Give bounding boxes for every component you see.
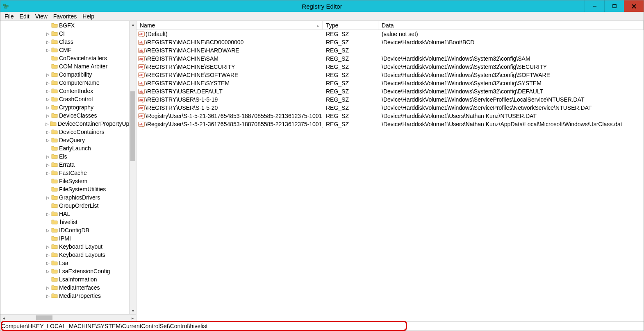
list-row[interactable]: ab(Default)REG_SZ(value not set) <box>137 30 644 38</box>
tree-item[interactable]: ▷MediaProperties <box>46 292 136 300</box>
tree-item[interactable]: ▷DeviceClasses <box>46 111 136 120</box>
list-row[interactable]: ab\REGISTRY\USER\.DEFAULTREG_SZ\Device\H… <box>137 87 644 95</box>
cell-data: \Device\HarddiskVolume1\Windows\ServiceP… <box>378 96 644 103</box>
tree-item[interactable]: ▷DeviceContainerPropertyUpdateEvents <box>46 120 136 128</box>
list-row[interactable]: ab\REGISTRY\MACHINE\HARDWAREREG_SZ <box>137 46 644 54</box>
tree-item-label: CoDeviceInstallers <box>59 55 107 61</box>
status-bar: Computer\HKEY_LOCAL_MACHINE\SYSTEM\Curre… <box>0 322 644 331</box>
tree-item[interactable]: hivelist <box>46 218 136 226</box>
window: Registry Editor FileEditViewFavoritesHel… <box>0 0 644 331</box>
tree-item[interactable]: BGFX <box>46 21 136 29</box>
tree-item[interactable]: ▷Class <box>46 38 136 46</box>
list-row[interactable]: ab\REGISTRY\MACHINE\SYSTEMREG_SZ\Device\… <box>137 79 644 87</box>
tree-item[interactable]: ▷DeviceContainers <box>46 128 136 136</box>
menu-edit[interactable]: Edit <box>17 13 32 20</box>
expand-icon[interactable]: ▷ <box>46 195 50 200</box>
scroll-down-icon[interactable]: ▾ <box>130 307 136 314</box>
menu-file[interactable]: File <box>2 13 16 20</box>
expand-icon[interactable]: ▷ <box>46 89 50 93</box>
tree-vertical-scrollbar[interactable]: ▴ ▾ <box>129 21 136 314</box>
tree-item[interactable]: ▷ComputerName <box>46 79 136 87</box>
folder-icon <box>51 219 58 225</box>
expand-icon[interactable]: ▷ <box>46 253 50 257</box>
list-row[interactable]: ab\REGISTRY\MACHINE\BCD00000000REG_SZ\De… <box>137 38 644 46</box>
tree-horizontal-scrollbar[interactable]: ◂ ▸ <box>0 314 136 321</box>
expand-icon[interactable]: ▷ <box>46 163 50 167</box>
tree-item[interactable]: FileSystem <box>46 177 136 185</box>
expand-icon[interactable]: ▷ <box>46 245 50 249</box>
list-row[interactable]: ab\REGISTRY\USER\S-1-5-20REG_SZ\Device\H… <box>137 104 644 112</box>
expand-icon[interactable]: ▷ <box>46 81 50 85</box>
expand-icon[interactable]: ▷ <box>46 261 50 265</box>
expand-icon[interactable]: ▷ <box>46 228 50 233</box>
expand-icon[interactable]: ▷ <box>46 138 50 143</box>
list-row[interactable]: ab\REGISTRY\MACHINE\SECURITYREG_SZ\Devic… <box>137 63 644 71</box>
tree-item[interactable]: EarlyLaunch <box>46 144 136 152</box>
list-row[interactable]: ab\Registry\User\S-1-5-21-3617654853-188… <box>137 120 644 128</box>
tree-item[interactable]: ▷LsaExtensionConfig <box>46 267 136 275</box>
list-row[interactable]: ab\REGISTRY\USER\S-1-5-19REG_SZ\Device\H… <box>137 95 644 104</box>
tree-item[interactable]: LsaInformation <box>46 275 136 283</box>
expand-icon[interactable]: ▷ <box>46 73 50 77</box>
scroll-left-icon[interactable]: ◂ <box>0 315 7 321</box>
tree-item[interactable]: ▷Keyboard Layouts <box>46 251 136 259</box>
column-header-data[interactable]: Data <box>378 21 644 29</box>
title-bar[interactable]: Registry Editor <box>0 0 644 12</box>
expand-icon[interactable]: ▷ <box>46 286 50 290</box>
scroll-up-icon[interactable]: ▴ <box>130 21 136 28</box>
tree-item[interactable]: ▷Lsa <box>46 259 136 267</box>
tree-item[interactable]: ▷Els <box>46 152 136 161</box>
tree-item[interactable]: ▷Cryptography <box>46 103 136 111</box>
tree-scroll[interactable]: BGFX▷CI▷Class▷CMFCoDeviceInstallersCOM N… <box>0 21 136 314</box>
tree-item[interactable]: ▷DevQuery <box>46 136 136 144</box>
expand-icon[interactable]: ▷ <box>46 40 50 44</box>
column-header-name[interactable]: Name▴ <box>137 21 323 29</box>
close-button[interactable] <box>624 0 644 12</box>
expand-icon[interactable]: ▷ <box>46 130 50 134</box>
tree-item[interactable]: ▷ContentIndex <box>46 87 136 95</box>
maximize-button[interactable] <box>604 0 624 12</box>
scroll-thumb[interactable] <box>36 315 52 320</box>
tree-item[interactable]: CoDeviceInstallers <box>46 54 136 62</box>
menu-view[interactable]: View <box>33 13 50 20</box>
tree-item[interactable]: ▷MediaInterfaces <box>46 283 136 292</box>
expand-icon[interactable]: ▷ <box>46 105 50 110</box>
expand-icon[interactable]: ▷ <box>46 48 50 52</box>
scroll-thumb[interactable] <box>130 91 135 161</box>
expand-icon[interactable]: ▷ <box>46 113 50 118</box>
tree-item[interactable]: ▷IDConfigDB <box>46 226 136 234</box>
column-header-type[interactable]: Type <box>323 21 378 29</box>
scroll-right-icon[interactable]: ▸ <box>129 315 136 321</box>
expand-icon[interactable]: ▷ <box>46 154 50 159</box>
expand-icon[interactable]: ▷ <box>46 212 50 216</box>
expand-icon[interactable]: ▷ <box>46 269 50 274</box>
tree-item[interactable]: ▷Compatibility <box>46 70 136 79</box>
expand-icon[interactable]: ▷ <box>46 122 49 126</box>
tree-item[interactable]: ▷GraphicsDrivers <box>46 193 136 202</box>
menu-help[interactable]: Help <box>80 13 97 20</box>
tree-item[interactable]: IPMI <box>46 234 136 243</box>
expand-icon[interactable]: ▷ <box>46 294 50 298</box>
tree-item[interactable]: ▷CrashControl <box>46 95 136 103</box>
scroll-track[interactable] <box>130 28 136 307</box>
expand-icon[interactable]: ▷ <box>46 171 50 175</box>
tree-item[interactable]: ▷HAL <box>46 210 136 218</box>
expand-icon[interactable]: ▷ <box>46 32 50 36</box>
tree-item[interactable]: ▷CI <box>46 29 136 38</box>
minimize-button[interactable] <box>585 0 604 12</box>
folder-icon <box>51 260 58 266</box>
tree-item[interactable]: ▷Keyboard Layout <box>46 243 136 251</box>
list-row[interactable]: ab\REGISTRY\MACHINE\SOFTWAREREG_SZ\Devic… <box>137 71 644 79</box>
list-body[interactable]: ab(Default)REG_SZ(value not set)ab\REGIS… <box>137 30 644 321</box>
tree-item[interactable]: GroupOrderList <box>46 202 136 210</box>
tree-item[interactable]: ▷FastCache <box>46 169 136 177</box>
list-row[interactable]: ab\Registry\User\S-1-5-21-3617654853-188… <box>137 112 644 120</box>
tree-item[interactable]: FileSystemUtilities <box>46 185 136 193</box>
tree-item[interactable]: ▷CMF <box>46 46 136 54</box>
tree-item[interactable]: ▷Errata <box>46 161 136 169</box>
expand-icon[interactable]: ▷ <box>46 97 50 102</box>
menu-favorites[interactable]: Favorites <box>51 13 80 20</box>
list-row[interactable]: ab\REGISTRY\MACHINE\SAMREG_SZ\Device\Har… <box>137 54 644 63</box>
scroll-track[interactable] <box>7 315 129 321</box>
tree-item[interactable]: COM Name Arbiter <box>46 62 136 70</box>
